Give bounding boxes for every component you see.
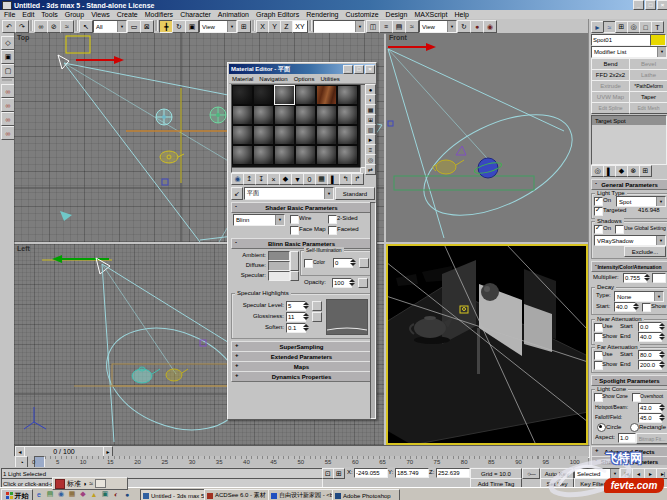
menu-customize[interactable]: Customize [346,11,379,18]
material-slot[interactable] [274,125,295,145]
minimize-button[interactable] [343,65,353,74]
quick-render-icon[interactable] [483,20,497,33]
table-object[interactable] [394,176,534,190]
object-name-field[interactable]: Spot01 [591,34,651,46]
menu-animation[interactable]: Animation [218,11,249,18]
dropdown-arrow-icon[interactable] [656,197,665,206]
unlink-icon[interactable] [47,20,61,33]
viewport-perspective[interactable] [386,244,588,445]
multiplier-spinner[interactable] [644,273,651,281]
dropdown-arrow-icon[interactable] [657,47,666,57]
material-slot[interactable] [316,105,337,125]
falloff-spinner[interactable] [659,413,666,421]
opacity-map-button[interactable] [358,278,368,288]
ime-punctuation-icon[interactable]: ≈ [89,480,93,487]
material-slot[interactable] [295,85,316,105]
angle-snap-icon[interactable]: ▣ [1,50,15,64]
material-slot[interactable] [316,145,337,165]
far-plane-2[interactable] [396,274,418,286]
faceted-checkbox[interactable] [328,226,337,235]
move-gizmo[interactable] [388,43,436,51]
material-slot[interactable] [337,125,358,145]
teapot-object[interactable] [166,369,188,381]
self-illum-spinner[interactable] [350,258,357,266]
material-slot[interactable] [232,125,253,145]
material-slot[interactable] [295,145,316,165]
hotspot-spinner[interactable] [659,403,666,411]
wire-checkbox[interactable] [290,215,299,224]
maximize-button[interactable] [645,0,656,10]
menu-create[interactable]: Create [117,11,138,18]
pick-material-icon[interactable]: ↙ [231,187,243,200]
menu-graph-editors[interactable]: Graph Editors [256,11,299,18]
general-parameters-rollout[interactable]: General Parameters [591,179,667,190]
viewport-top-label[interactable]: Top [17,34,29,41]
dropdown-arrow-icon[interactable] [656,236,665,245]
dummy-object[interactable] [456,146,466,155]
material-slot[interactable] [295,125,316,145]
exclude-button[interactable]: Exclude... [624,246,666,257]
ime-logo-icon[interactable] [55,479,65,489]
crossing-selection-icon[interactable] [140,20,154,33]
stack-item-target-spot[interactable]: Target Spot [592,116,666,125]
camera-target[interactable] [60,211,72,221]
sphere-object[interactable] [481,283,499,301]
material-slot[interactable] [316,125,337,145]
object-color-swatch[interactable] [650,34,666,46]
material-slot[interactable] [253,85,274,105]
aspect-value[interactable]: 1.0 [618,433,636,443]
decay-start-spinner[interactable] [633,302,640,310]
dropdown-arrow-icon[interactable] [654,292,663,301]
decay-type-dropdown[interactable]: None [614,291,664,302]
reference-coordinate-dropdown[interactable]: View [199,20,237,33]
spotlight-cone[interactable] [388,49,587,238]
ime-mode-label[interactable]: 标准 [67,479,81,489]
intensity-rollout[interactable]: Intensity/Color/Attenuation [591,261,667,272]
circle-radio[interactable] [597,423,606,432]
quicklaunch-folder-icon[interactable]: ▦ [67,489,77,499]
move-gizmo[interactable] [42,255,112,263]
ambient-color-swatch[interactable] [268,251,290,261]
material-slot[interactable] [274,145,295,165]
dropdown-arrow-icon[interactable] [117,21,126,32]
sphere-object[interactable] [473,158,502,178]
dropdown-arrow-icon[interactable] [324,188,333,199]
quicklaunch-media-icon[interactable]: ◉ [56,489,66,499]
menu-group[interactable]: Group [65,11,84,18]
viewport-left-label[interactable]: Left [17,245,30,252]
omni-light-2[interactable] [210,107,226,123]
configure-modifier-sets-icon[interactable] [639,165,652,177]
ambient-diffuse-lock-button[interactable] [290,251,299,271]
dynamics-properties-rollout[interactable]: Dynamics Properties [231,371,372,382]
shader-basic-parameters-rollout[interactable]: Shader Basic Parameters [231,202,372,213]
modifier-list-dropdown[interactable]: Modifier List [591,46,667,58]
menu-utilities[interactable]: Utilities [320,76,339,82]
dropdown-arrow-icon[interactable] [275,215,284,225]
menu-tools[interactable]: Tools [41,11,57,18]
teapot-front-view[interactable] [433,160,464,174]
use-global-settings-checkbox[interactable] [615,225,624,234]
align-icon[interactable] [379,20,393,33]
targeted-checkbox[interactable] [594,207,603,216]
soften-spinner[interactable] [303,323,310,331]
absolute-mode-icon[interactable] [333,468,345,479]
material-slot[interactable] [274,105,295,125]
far-end-spinner[interactable] [659,360,666,368]
maximize-button[interactable] [354,65,364,74]
start-button[interactable]: 开始 [1,489,33,500]
self-illum-color-checkbox[interactable] [304,259,313,268]
ime-fullwidth-icon[interactable]: ◗ [83,480,87,487]
snap-toggle-icon[interactable]: ◇ [1,36,15,50]
menu-design[interactable]: Design [386,11,408,18]
shadow-parameters-rollout[interactable]: Shadow Parameters [591,456,667,465]
shader-type-dropdown[interactable]: Blinn [233,214,285,226]
specular-level-map-button[interactable] [312,301,322,311]
chain-tool-icon[interactable] [1,112,15,126]
material-type-button[interactable]: Standard [335,187,375,200]
dropdown-arrow-icon[interactable] [355,21,364,32]
near-end-spinner[interactable] [659,332,666,340]
redo-icon[interactable] [15,20,29,33]
select-and-rotate-icon[interactable] [172,20,186,33]
bind-tool-icon[interactable] [1,126,15,140]
bind-spacewarp-icon[interactable] [60,20,74,33]
